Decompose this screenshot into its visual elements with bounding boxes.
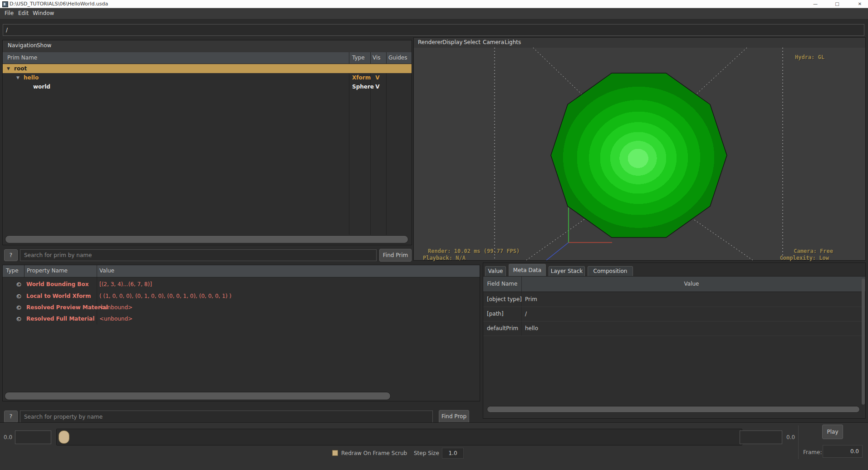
- menu-show[interactable]: Show: [36, 42, 52, 49]
- col-vis[interactable]: Vis: [373, 54, 381, 61]
- col-type[interactable]: Type: [352, 54, 365, 61]
- expander-icon[interactable]: ▼: [16, 73, 20, 82]
- prim-path-input[interactable]: [3, 24, 864, 36]
- property-value: ( (1, 0, 0, 0), (0, 1, 0, 0), (0, 0, 1, …: [99, 291, 231, 302]
- hud-complexity: Complexity: Low: [780, 255, 829, 261]
- menu-display[interactable]: Display: [441, 39, 463, 45]
- col-prop-value[interactable]: Value: [99, 267, 114, 274]
- close-button[interactable]: ✕: [855, 0, 865, 8]
- property-row[interactable]: © World Bounding Box [(2, 3, 4)...(6, 7,…: [3, 279, 480, 290]
- inspector-panel: Value Meta Data Layer Stack Composition …: [483, 262, 866, 419]
- minimize-button[interactable]: —: [810, 0, 820, 8]
- col-field-value[interactable]: Value: [521, 281, 862, 287]
- prim-browser-menubar: Navigation Show: [3, 40, 412, 53]
- prim-name: root: [14, 64, 27, 73]
- tree-row-root[interactable]: ▼ root: [3, 64, 412, 73]
- redraw-checkbox[interactable]: [332, 450, 338, 456]
- menu-camera[interactable]: Camera: [482, 39, 505, 45]
- col-prop-name[interactable]: Property Name: [27, 267, 68, 274]
- range-end-input[interactable]: [740, 430, 782, 444]
- redraw-label: Redraw On Frame Scrub: [341, 450, 407, 456]
- menu-edit[interactable]: Edit: [17, 10, 29, 16]
- prim-search-input[interactable]: [20, 249, 377, 261]
- hud-playback: Playback: N/A: [423, 255, 466, 261]
- field-name: defaultPrim: [487, 321, 518, 336]
- prim-vis[interactable]: V: [372, 82, 383, 91]
- property-name: Resolved Preview Material: [26, 302, 108, 313]
- menu-renderer[interactable]: Renderer: [417, 39, 444, 45]
- range-start-label: 0.0: [4, 434, 12, 440]
- tree-row-world[interactable]: world Sphere V: [3, 82, 412, 91]
- titlebar: D:\USD_TUTORIALS\06\HelloWorld.usda — □ …: [0, 0, 868, 8]
- range-end-label: 0.0: [786, 434, 795, 440]
- prim-vis[interactable]: V: [372, 73, 383, 82]
- custom-attr-icon: ©: [11, 313, 22, 325]
- custom-attr-icon: ©: [11, 302, 22, 313]
- hud-render: Render: 10.02 ms (99.77 FPS): [428, 248, 520, 254]
- window-title: D:\USD_TUTORIALS\06\HelloWorld.usda: [10, 1, 108, 7]
- tree-row-hello[interactable]: ▼ hello Xform V: [3, 73, 412, 82]
- maximize-button[interactable]: □: [832, 0, 842, 8]
- tab-value[interactable]: Value: [485, 266, 506, 276]
- col-prop-type[interactable]: Type: [6, 267, 19, 274]
- property-row[interactable]: © Resolved Preview Material <unbound>: [3, 302, 480, 313]
- property-panel: Type Property Name Value © World Boundin…: [2, 265, 480, 401]
- meta-row[interactable]: [path] /: [483, 307, 865, 322]
- property-value: <unbound>: [99, 313, 132, 325]
- property-table-header: Type Property Name Value: [3, 265, 480, 277]
- menu-file[interactable]: File: [4, 10, 15, 16]
- property-value: <unbound>: [99, 302, 132, 313]
- tab-bar: Value Meta Data Layer Stack Composition: [483, 263, 865, 277]
- timeline-bar: 0.0 0.0 Play Redraw On Frame Scrub Step …: [0, 422, 868, 470]
- play-button[interactable]: Play: [822, 425, 843, 439]
- find-prim-button[interactable]: Find Prim: [379, 249, 412, 262]
- field-name: [path]: [487, 307, 504, 321]
- field-value: Prim: [525, 292, 537, 307]
- frame-label: Frame:: [803, 449, 822, 455]
- menu-lights[interactable]: Lights: [504, 39, 522, 45]
- meta-table-header: Field Name Value: [483, 277, 865, 292]
- column-divider: [24, 265, 25, 277]
- property-row[interactable]: © Resolved Full Material <unbound>: [3, 313, 480, 325]
- frame-slider[interactable]: [56, 429, 742, 445]
- menu-select[interactable]: Select: [463, 39, 481, 45]
- viewport-canvas[interactable]: [414, 48, 865, 260]
- menu-navigation[interactable]: Navigation: [7, 42, 38, 49]
- hud-renderer: Hydra: GL: [795, 54, 824, 60]
- property-row[interactable]: © Local to World Xform ( (1, 0, 0, 0), (…: [3, 291, 480, 302]
- tab-meta-data[interactable]: Meta Data: [509, 264, 546, 276]
- property-hscrollbar[interactable]: [5, 392, 391, 400]
- prim-tree-hscrollbar[interactable]: [5, 235, 408, 243]
- property-name: Local to World Xform: [26, 291, 91, 302]
- step-size-input[interactable]: [442, 448, 464, 459]
- inspector-hscrollbar[interactable]: [487, 406, 860, 413]
- prop-search-input[interactable]: [20, 411, 433, 423]
- viewport-menubar: Renderer Display Select Camera Lights: [414, 38, 865, 48]
- property-name: Resolved Full Material: [26, 313, 94, 325]
- menu-window[interactable]: Window: [32, 10, 55, 16]
- inspector-vscrollbar[interactable]: [862, 278, 865, 405]
- col-guides[interactable]: Guides: [388, 54, 407, 61]
- property-value: [(2, 3, 4)...(6, 7, 8)]: [99, 279, 152, 290]
- custom-attr-icon: ©: [11, 291, 22, 302]
- prim-browser-panel: Navigation Show Prim Name Type Vis Guide…: [2, 40, 412, 245]
- tab-composition[interactable]: Composition: [588, 266, 633, 276]
- tab-layer-stack[interactable]: Layer Stack: [549, 266, 585, 276]
- find-prop-button[interactable]: Find Prop: [439, 410, 469, 423]
- col-field-name[interactable]: Field Name: [483, 281, 521, 287]
- prim-search-help-button[interactable]: ?: [4, 249, 18, 261]
- step-size-label: Step Size: [414, 450, 439, 456]
- app-icon: [2, 1, 8, 7]
- hud-camera: Camera: Free: [794, 248, 833, 254]
- col-prim-name[interactable]: Prim Name: [7, 54, 37, 61]
- expander-icon[interactable]: ▼: [7, 64, 10, 73]
- prop-search-help-button[interactable]: ?: [4, 411, 18, 423]
- frame-slider-handle[interactable]: [59, 430, 69, 444]
- range-start-input[interactable]: [15, 430, 51, 444]
- meta-row[interactable]: defaultPrim hello: [483, 321, 865, 336]
- field-name: [object type]: [487, 292, 522, 307]
- meta-row[interactable]: [object type] Prim: [483, 292, 865, 307]
- prim-table-header: Prim Name Type Vis Guides: [3, 52, 412, 64]
- prim-type: Sphere: [352, 82, 374, 91]
- frame-input[interactable]: [823, 445, 863, 458]
